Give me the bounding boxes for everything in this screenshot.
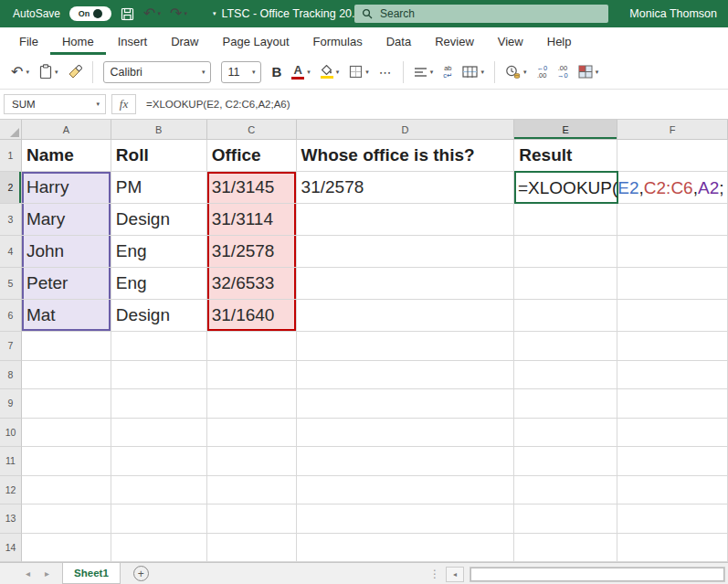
cell-F6[interactable] (617, 300, 728, 332)
cell-C5[interactable]: 32/6533 (207, 268, 297, 300)
cell-A4[interactable]: John (22, 236, 111, 268)
cell-A10[interactable] (22, 419, 111, 448)
cell-E1[interactable]: Result (514, 140, 617, 172)
cell-D4[interactable] (297, 236, 515, 268)
cell-D9[interactable] (297, 389, 515, 419)
merge-cells-button[interactable]: ▾ (462, 66, 484, 78)
cell-C14[interactable] (207, 534, 297, 563)
fill-color-button[interactable]: ▾ (321, 65, 340, 79)
column-header-A[interactable]: A (22, 120, 111, 140)
cell-E12[interactable] (514, 476, 617, 505)
cell-B1[interactable]: Roll (111, 140, 207, 172)
cell-E5[interactable] (514, 268, 617, 300)
format-as-table-button[interactable]: ▾ (578, 65, 599, 79)
select-all-corner[interactable] (0, 120, 22, 140)
cell-C6[interactable]: 31/1640 (207, 300, 297, 332)
cell-F4[interactable] (617, 236, 728, 268)
cell-D13[interactable] (297, 504, 515, 534)
row-header-6[interactable]: 6 (0, 300, 22, 332)
cell-F12[interactable] (617, 476, 728, 505)
cell-A8[interactable] (22, 361, 111, 390)
cell-F11[interactable] (617, 447, 728, 476)
cell-F10[interactable] (617, 419, 728, 448)
tab-view[interactable]: View (486, 27, 535, 55)
cell-C1[interactable]: Office (207, 140, 297, 172)
cell-E4[interactable] (514, 236, 617, 268)
cell-A14[interactable] (22, 534, 111, 563)
tab-data[interactable]: Data (375, 27, 423, 55)
cell-B8[interactable] (111, 361, 207, 390)
cell-B13[interactable] (111, 504, 207, 534)
cell-C4[interactable]: 31/2578 (207, 236, 297, 268)
scrollbar-thumb[interactable] (470, 568, 724, 581)
undo-dropdown-button[interactable]: ↶ ▾ (11, 65, 29, 80)
next-sheet-button[interactable]: ▸ (45, 568, 49, 579)
paste-button[interactable]: ▾ (39, 64, 58, 80)
font-size-select[interactable]: 11 ▾ (221, 61, 261, 83)
autosave-toggle[interactable]: On (69, 6, 111, 21)
cell-C12[interactable] (207, 476, 297, 505)
column-header-B[interactable]: B (111, 120, 207, 140)
cell-F1[interactable] (617, 140, 728, 172)
cell-D1[interactable]: Whose office is this? (297, 140, 515, 172)
row-header-9[interactable]: 9 (0, 389, 22, 419)
cell-D7[interactable] (297, 332, 515, 361)
prev-sheet-button[interactable]: ◂ (26, 568, 30, 579)
cell-C11[interactable] (207, 447, 297, 476)
cell-E9[interactable] (514, 389, 617, 419)
cell-A7[interactable] (22, 332, 111, 361)
cell-D8[interactable] (297, 361, 515, 390)
column-header-D[interactable]: D (297, 120, 515, 140)
cell-A1[interactable]: Name (22, 140, 111, 172)
cell-B3[interactable]: Design (111, 204, 207, 236)
cell-A2[interactable]: Harry (22, 172, 111, 204)
redo-button[interactable]: ↷ ▾ (170, 6, 187, 21)
search-input[interactable]: Search (354, 5, 608, 23)
cell-A12[interactable] (22, 476, 111, 505)
cell-C9[interactable] (207, 389, 297, 419)
tab-help[interactable]: Help (535, 27, 584, 55)
tab-review[interactable]: Review (423, 27, 486, 55)
cell-C2[interactable]: 31/3145 (207, 172, 297, 204)
cell-B12[interactable] (111, 476, 207, 505)
tab-file[interactable]: File (7, 27, 50, 55)
column-header-F[interactable]: F (617, 120, 728, 140)
cell-C10[interactable] (207, 419, 297, 448)
cell-D5[interactable] (297, 268, 515, 300)
cell-B11[interactable] (111, 447, 207, 476)
row-header-7[interactable]: 7 (0, 332, 22, 361)
tab-home[interactable]: Home (50, 27, 106, 55)
row-header-8[interactable]: 8 (0, 361, 22, 390)
insert-function-button[interactable]: fx (111, 94, 136, 114)
cell-D2[interactable]: 31/2578 (297, 172, 515, 204)
increase-decimal-button[interactable]: ←0 .00 (536, 65, 547, 79)
cell-F3[interactable] (617, 204, 728, 236)
cell-F8[interactable] (617, 361, 728, 390)
cell-E8[interactable] (514, 361, 617, 390)
cell-A5[interactable]: Peter (22, 268, 111, 300)
row-header-1[interactable]: 1 (0, 140, 22, 172)
alignment-button[interactable]: ▾ (414, 67, 434, 78)
cell-F5[interactable] (617, 268, 728, 300)
row-header-12[interactable]: 12 (0, 476, 22, 505)
format-painter-button[interactable] (68, 65, 82, 80)
undo-button[interactable]: ↶ ▾ (143, 6, 161, 21)
save-button[interactable] (121, 7, 134, 21)
cell-C8[interactable] (207, 361, 297, 390)
row-header-4[interactable]: 4 (0, 236, 22, 268)
cell-B4[interactable]: Eng (111, 236, 207, 268)
cell-E7[interactable] (514, 332, 617, 361)
number-format-button[interactable]: ▾ (505, 65, 527, 79)
cell-F7[interactable] (617, 332, 728, 361)
cell-D10[interactable] (297, 419, 515, 448)
cell-E11[interactable] (514, 447, 617, 476)
cell-D11[interactable] (297, 447, 515, 476)
cell-A9[interactable] (22, 389, 111, 419)
cell-E3[interactable] (514, 204, 617, 236)
document-title[interactable]: ▾ LTSC - Office Tracking 20... ▾ (211, 7, 372, 20)
column-header-E[interactable]: E (514, 120, 617, 140)
cell-E2[interactable] (514, 172, 617, 204)
cell-E14[interactable] (514, 534, 617, 563)
tab-draw[interactable]: Draw (159, 27, 210, 55)
row-header-3[interactable]: 3 (0, 204, 22, 236)
